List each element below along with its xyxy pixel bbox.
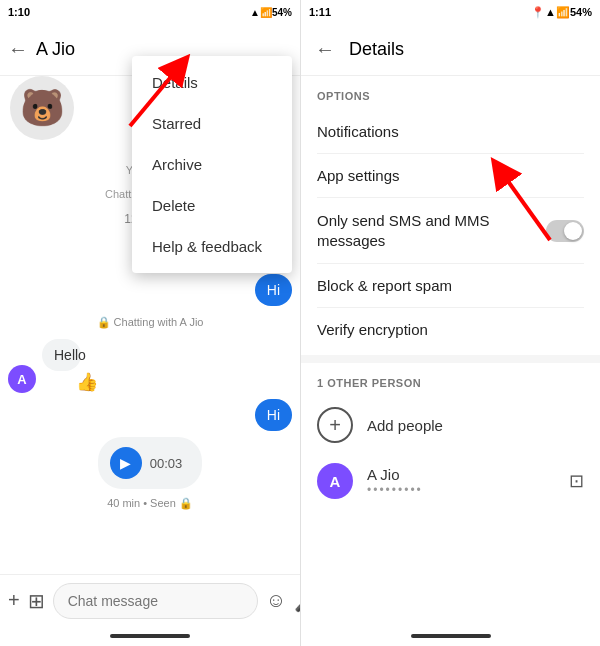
sent-msg-hi2: Hi [255,399,292,431]
options-section: OPTIONS Notifications App settings Only … [301,76,600,355]
emoji-icon[interactable]: ☺ [266,589,286,612]
option-app-settings[interactable]: App settings [317,154,584,198]
left-time: 1:10 [8,6,30,18]
received-msg-hello: Hello [42,339,81,371]
person-name: A Jio [367,466,555,483]
add-people-row[interactable]: + Add people [317,397,584,453]
voice-message: ▶ 00:03 [98,437,203,489]
left-back-button[interactable]: ← [8,38,28,61]
contact-avatar-small: A [8,365,36,393]
right-title: Details [349,39,404,60]
dropdown-item-starred[interactable]: Starred [132,103,292,144]
sent-msg-hi1: Hi [255,274,292,306]
voice-time: 00:03 [150,456,183,471]
dropdown-menu: Details Starred Archive Delete Help & fe… [132,56,292,273]
add-icon[interactable]: + [8,589,20,612]
left-panel: 1:10 ▲📶54% ← A Jio 🐻 Details Starred Arc… [0,0,300,646]
option-verify-encryption[interactable]: Verify encryption [317,308,584,351]
sms-mms-toggle[interactable] [546,220,584,242]
options-section-label: OPTIONS [317,90,584,102]
dropdown-item-delete[interactable]: Delete [132,185,292,226]
section-divider [301,355,600,363]
left-bottom-bar [0,626,300,646]
option-sms-mms[interactable]: Only send SMS and MMS messages [317,198,584,264]
encrypt-info: 🔒 Chatting with A Jio [8,316,292,329]
person-info: A Jio ••••••••• [367,466,555,497]
right-status-icons: 📍▲📶54% [531,6,592,19]
play-button[interactable]: ▶ [110,447,142,479]
other-section-label: 1 OTHER PERSON [317,377,584,389]
dropdown-item-help[interactable]: Help & feedback [132,226,292,267]
home-indicator [110,634,190,638]
option-notifications[interactable]: Notifications [317,110,584,154]
right-bottom-bar [301,626,600,646]
right-top-bar: ← Details [301,24,600,76]
right-back-button[interactable]: ← [315,38,335,61]
add-people-label: Add people [367,417,443,434]
person-sub: ••••••••• [367,483,555,497]
left-status-icons: ▲📶54% [250,7,292,18]
dropdown-item-details[interactable]: Details [132,62,292,103]
emoji-label: 👍 [76,371,98,393]
other-person-section: 1 OTHER PERSON + Add people A A Jio ••••… [301,363,600,513]
contact-avatar-large: 🐻 [10,76,74,140]
seen-label: 40 min • Seen 🔒 [8,497,292,510]
person-avatar: A [317,463,353,499]
left-status-bar: 1:10 ▲📶54% [0,0,300,24]
right-home-indicator [411,634,491,638]
person-action-icon[interactable]: ⊡ [569,470,584,492]
person-row: A A Jio ••••••••• ⊡ [317,453,584,509]
right-status-bar: 1:11 📍▲📶54% [301,0,600,24]
right-panel: 1:11 📍▲📶54% ← Details OPTIONS Notificati… [300,0,600,646]
dropdown-item-archive[interactable]: Archive [132,144,292,185]
chat-input[interactable] [53,583,258,619]
input-bar: + ⊞ ☺ 🎤 [0,574,300,626]
attachment-icon[interactable]: ⊞ [28,589,45,613]
received-hello-row: A Hello 👍 [8,339,292,393]
add-people-icon: + [317,407,353,443]
option-block-report[interactable]: Block & report spam [317,264,584,308]
right-time: 1:11 [309,6,331,18]
